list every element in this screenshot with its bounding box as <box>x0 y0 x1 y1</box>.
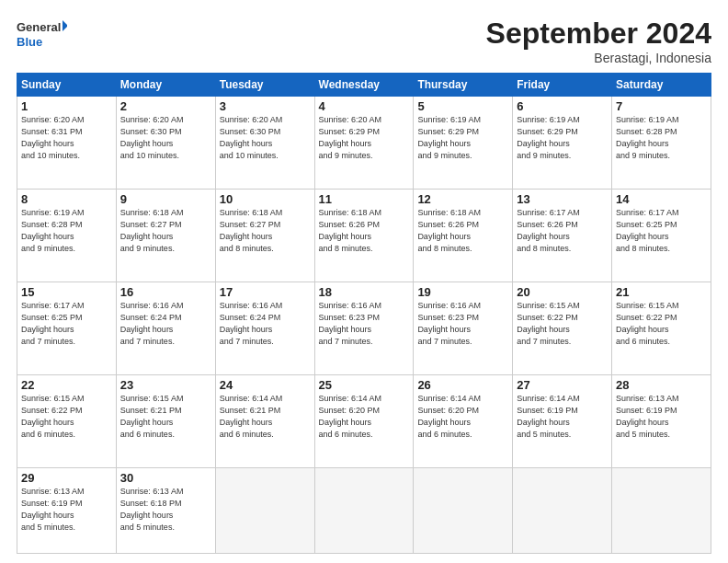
day-number: 29 <box>21 471 112 485</box>
day-info: Sunrise: 6:14 AM Sunset: 6:21 PM Dayligh… <box>220 393 311 441</box>
logo-svg: General Blue <box>17 17 67 52</box>
day-number: 30 <box>120 471 211 485</box>
table-row: 1 Sunrise: 6:20 AM Sunset: 6:31 PM Dayli… <box>17 97 117 190</box>
table-row: 29 Sunrise: 6:13 AM Sunset: 6:19 PM Dayl… <box>17 468 117 554</box>
day-info: Sunrise: 6:16 AM Sunset: 6:23 PM Dayligh… <box>319 300 410 348</box>
day-info: Sunrise: 6:19 AM Sunset: 6:28 PM Dayligh… <box>616 114 707 162</box>
day-info: Sunrise: 6:13 AM Sunset: 6:19 PM Dayligh… <box>21 486 112 534</box>
page: General Blue September 2024 Berastagi, I… <box>0 0 728 563</box>
day-number: 24 <box>220 378 311 392</box>
svg-text:General: General <box>17 20 61 34</box>
day-info: Sunrise: 6:16 AM Sunset: 6:24 PM Dayligh… <box>220 300 311 348</box>
table-row: 16 Sunrise: 6:16 AM Sunset: 6:24 PM Dayl… <box>116 282 215 375</box>
header: General Blue September 2024 Berastagi, I… <box>17 17 711 65</box>
table-row: 17 Sunrise: 6:16 AM Sunset: 6:24 PM Dayl… <box>215 282 314 375</box>
day-number: 2 <box>120 99 211 113</box>
day-info: Sunrise: 6:14 AM Sunset: 6:20 PM Dayligh… <box>319 393 410 441</box>
table-row: 6 Sunrise: 6:19 AM Sunset: 6:29 PM Dayli… <box>513 97 612 190</box>
day-number: 1 <box>21 99 112 113</box>
day-number: 20 <box>517 285 608 299</box>
day-number: 25 <box>319 378 410 392</box>
day-info: Sunrise: 6:20 AM Sunset: 6:30 PM Dayligh… <box>220 114 311 162</box>
table-row: 20 Sunrise: 6:15 AM Sunset: 6:22 PM Dayl… <box>513 282 612 375</box>
table-row: 5 Sunrise: 6:19 AM Sunset: 6:29 PM Dayli… <box>414 97 513 190</box>
table-row: 15 Sunrise: 6:17 AM Sunset: 6:25 PM Dayl… <box>17 282 117 375</box>
col-sunday: Sunday <box>17 74 117 97</box>
day-info: Sunrise: 6:15 AM Sunset: 6:21 PM Dayligh… <box>120 393 211 441</box>
day-number: 16 <box>120 285 211 299</box>
table-row: 22 Sunrise: 6:15 AM Sunset: 6:22 PM Dayl… <box>17 375 117 468</box>
day-info: Sunrise: 6:18 AM Sunset: 6:27 PM Dayligh… <box>120 207 211 255</box>
col-tuesday: Tuesday <box>215 74 314 97</box>
table-row: 21 Sunrise: 6:15 AM Sunset: 6:22 PM Dayl… <box>612 282 711 375</box>
day-number: 11 <box>319 192 410 206</box>
table-row: 4 Sunrise: 6:20 AM Sunset: 6:29 PM Dayli… <box>314 97 414 190</box>
day-info: Sunrise: 6:13 AM Sunset: 6:19 PM Dayligh… <box>616 393 707 441</box>
day-number: 12 <box>417 192 508 206</box>
calendar-table: Sunday Monday Tuesday Wednesday Thursday… <box>17 73 711 554</box>
day-info: Sunrise: 6:17 AM Sunset: 6:26 PM Dayligh… <box>517 207 608 255</box>
day-info: Sunrise: 6:16 AM Sunset: 6:24 PM Dayligh… <box>120 300 211 348</box>
day-info: Sunrise: 6:16 AM Sunset: 6:23 PM Dayligh… <box>417 300 508 348</box>
day-info: Sunrise: 6:14 AM Sunset: 6:20 PM Dayligh… <box>417 393 508 441</box>
day-info: Sunrise: 6:15 AM Sunset: 6:22 PM Dayligh… <box>21 393 112 441</box>
col-friday: Friday <box>513 74 612 97</box>
col-monday: Monday <box>116 74 215 97</box>
table-row: 30 Sunrise: 6:13 AM Sunset: 6:18 PM Dayl… <box>116 468 215 554</box>
col-wednesday: Wednesday <box>314 74 414 97</box>
table-row: 9 Sunrise: 6:18 AM Sunset: 6:27 PM Dayli… <box>116 190 215 282</box>
table-row: 12 Sunrise: 6:18 AM Sunset: 6:26 PM Dayl… <box>414 190 513 282</box>
day-info: Sunrise: 6:20 AM Sunset: 6:31 PM Dayligh… <box>21 114 112 162</box>
day-number: 26 <box>417 378 508 392</box>
day-number: 6 <box>517 99 608 113</box>
day-number: 4 <box>319 99 410 113</box>
day-info: Sunrise: 6:19 AM Sunset: 6:29 PM Dayligh… <box>417 114 508 162</box>
calendar-header-row: Sunday Monday Tuesday Wednesday Thursday… <box>17 74 711 97</box>
day-number: 27 <box>517 378 608 392</box>
table-row: 10 Sunrise: 6:18 AM Sunset: 6:27 PM Dayl… <box>215 190 314 282</box>
table-row: 19 Sunrise: 6:16 AM Sunset: 6:23 PM Dayl… <box>414 282 513 375</box>
table-row: 28 Sunrise: 6:13 AM Sunset: 6:19 PM Dayl… <box>612 375 711 468</box>
day-info: Sunrise: 6:20 AM Sunset: 6:29 PM Dayligh… <box>319 114 410 162</box>
day-number: 5 <box>417 99 508 113</box>
table-row: 23 Sunrise: 6:15 AM Sunset: 6:21 PM Dayl… <box>116 375 215 468</box>
col-saturday: Saturday <box>612 74 711 97</box>
day-number: 28 <box>616 378 707 392</box>
day-info: Sunrise: 6:17 AM Sunset: 6:25 PM Dayligh… <box>21 300 112 348</box>
day-info: Sunrise: 6:15 AM Sunset: 6:22 PM Dayligh… <box>616 300 707 348</box>
day-number: 8 <box>21 192 112 206</box>
day-number: 15 <box>21 285 112 299</box>
table-row: 7 Sunrise: 6:19 AM Sunset: 6:28 PM Dayli… <box>612 97 711 190</box>
table-row: 25 Sunrise: 6:14 AM Sunset: 6:20 PM Dayl… <box>314 375 414 468</box>
day-info: Sunrise: 6:19 AM Sunset: 6:28 PM Dayligh… <box>21 207 112 255</box>
logo: General Blue <box>17 17 67 52</box>
day-number: 9 <box>120 192 211 206</box>
day-info: Sunrise: 6:13 AM Sunset: 6:18 PM Dayligh… <box>120 486 211 534</box>
day-number: 13 <box>517 192 608 206</box>
day-info: Sunrise: 6:17 AM Sunset: 6:25 PM Dayligh… <box>616 207 707 255</box>
day-number: 21 <box>616 285 707 299</box>
day-number: 18 <box>319 285 410 299</box>
day-number: 22 <box>21 378 112 392</box>
svg-text:Blue: Blue <box>17 35 42 49</box>
day-info: Sunrise: 6:20 AM Sunset: 6:30 PM Dayligh… <box>120 114 211 162</box>
table-row <box>314 468 414 554</box>
table-row <box>414 468 513 554</box>
day-info: Sunrise: 6:18 AM Sunset: 6:26 PM Dayligh… <box>417 207 508 255</box>
day-number: 10 <box>220 192 311 206</box>
day-info: Sunrise: 6:18 AM Sunset: 6:27 PM Dayligh… <box>220 207 311 255</box>
location-subtitle: Berastagi, Indonesia <box>486 51 711 65</box>
day-info: Sunrise: 6:19 AM Sunset: 6:29 PM Dayligh… <box>517 114 608 162</box>
col-thursday: Thursday <box>414 74 513 97</box>
day-number: 3 <box>220 99 311 113</box>
svg-marker-2 <box>63 20 67 31</box>
table-row: 26 Sunrise: 6:14 AM Sunset: 6:20 PM Dayl… <box>414 375 513 468</box>
day-info: Sunrise: 6:14 AM Sunset: 6:19 PM Dayligh… <box>517 393 608 441</box>
day-number: 14 <box>616 192 707 206</box>
day-number: 7 <box>616 99 707 113</box>
table-row: 18 Sunrise: 6:16 AM Sunset: 6:23 PM Dayl… <box>314 282 414 375</box>
day-info: Sunrise: 6:15 AM Sunset: 6:22 PM Dayligh… <box>517 300 608 348</box>
table-row: 27 Sunrise: 6:14 AM Sunset: 6:19 PM Dayl… <box>513 375 612 468</box>
table-row: 8 Sunrise: 6:19 AM Sunset: 6:28 PM Dayli… <box>17 190 117 282</box>
day-info: Sunrise: 6:18 AM Sunset: 6:26 PM Dayligh… <box>319 207 410 255</box>
